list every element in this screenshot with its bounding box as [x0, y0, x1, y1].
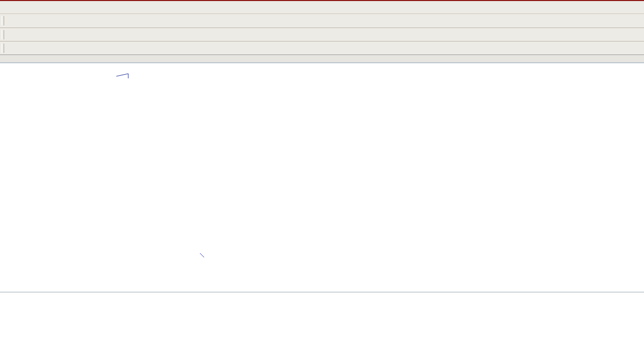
feature-bar: [0, 14, 644, 28]
trading-app-window: { "logo": "赢", "menu": ["文件","浏览","资讯","…: [0, 0, 644, 344]
toolbar-grip[interactable]: [2, 44, 4, 53]
toolbar-grip[interactable]: [2, 30, 4, 39]
drawing-toolbar: [0, 42, 644, 55]
toolbar-grip[interactable]: [2, 16, 4, 25]
chart-background: [0, 55, 644, 344]
date-axis-row: [0, 55, 644, 63]
menu-bar: [0, 0, 644, 14]
main-toolbar: [0, 28, 644, 42]
